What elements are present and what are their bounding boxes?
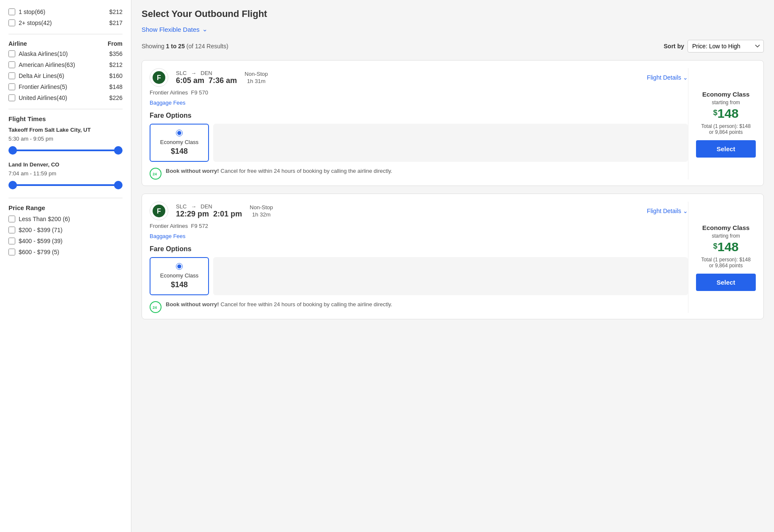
price-2-checkbox[interactable] (8, 238, 15, 244)
stop-1-row: 1 stop(66) $212 (8, 8, 123, 15)
price-3-checkbox[interactable] (8, 249, 15, 255)
flight-right-1: Economy Class starting from $148 Total (… (688, 202, 756, 313)
arrive-time-0: 7:36 am (209, 76, 237, 85)
price-1-checkbox[interactable] (8, 227, 15, 233)
fare-placeholder-1 (213, 257, 688, 295)
flexible-dates-button[interactable]: Show Flexible Dates ⌄ (142, 25, 208, 33)
main-content: Select Your Outbound Flight Show Flexibl… (131, 0, 774, 532)
price-1-label[interactable]: $200 - $399 (71) (8, 227, 63, 233)
total-label-0: Total (1 person): $148 (701, 123, 751, 129)
fare-section-1: Fare Options Economy Class $148 (150, 245, 688, 295)
sort-select[interactable]: Price: Low to High Price: High to Low Du… (688, 40, 764, 53)
duration-0: 1h 31m (247, 78, 265, 84)
airline-name-1: Frontier Airlines (150, 223, 188, 229)
total-label-1: Total (1 person): $148 (701, 257, 751, 263)
price-dollar-1: $ (713, 242, 717, 250)
svg-text:F: F (157, 208, 161, 215)
frontier-logo-icon-1: F (153, 205, 165, 217)
stop-2-label[interactable]: 2+ stops(42) (8, 19, 52, 26)
sort-label: Sort by (664, 43, 684, 50)
flight-times-section: Flight Times Takeoff From Salt Lake City… (8, 115, 123, 190)
origin-code-1: SLC (176, 203, 187, 210)
fare-placeholder-0 (213, 124, 688, 162)
fare-option-economy-0[interactable]: Economy Class $148 (150, 124, 209, 162)
airline-4-checkbox[interactable] (8, 94, 15, 101)
airline-4-row: United Airlines(40) $226 (8, 94, 123, 101)
takeoff-thumb-left[interactable] (8, 146, 17, 155)
airline-3-row: Frontier Airlines(5) $148 (8, 83, 123, 90)
flight-main-0: F SLC → DEN 6:05 am 7:36 am Non-Stop (150, 68, 688, 180)
airline-col2: From (108, 40, 123, 47)
land-thumb-right[interactable] (114, 181, 123, 189)
stop-2-checkbox[interactable] (8, 19, 15, 26)
price-0-label[interactable]: Less Than $200 (6) (8, 216, 70, 222)
points-label-0: or 9,864 points (701, 129, 751, 135)
chevron-icon-0: ⌄ (683, 74, 688, 81)
airline-0-price: $356 (109, 50, 123, 57)
stop-2-price: $217 (109, 19, 123, 26)
baggage-fees-link-1[interactable]: Baggage Fees (150, 233, 186, 239)
airline-1-price: $212 (109, 61, 123, 68)
airline-0-checkbox[interactable] (8, 50, 15, 57)
land-thumb-left[interactable] (8, 181, 17, 189)
land-track (8, 184, 123, 186)
airline-1-checkbox[interactable] (8, 61, 15, 68)
frontier-logo-icon: F (153, 71, 165, 84)
airline-3-label[interactable]: Frontier Airlines(5) (8, 83, 67, 90)
takeoff-slider[interactable] (8, 145, 123, 155)
duration-1: 1h 32m (252, 211, 270, 218)
airline-2-text: Delta Air Lines(6) (19, 72, 64, 79)
svg-text:24: 24 (153, 305, 157, 310)
airline-4-text: United Airlines(40) (19, 94, 67, 101)
route-codes-1: SLC → DEN (176, 203, 242, 210)
airline-0-label[interactable]: Alaska Airlines(10) (8, 50, 68, 57)
origin-code-0: SLC (176, 70, 187, 76)
flight-card-0: F SLC → DEN 6:05 am 7:36 am Non-Stop (142, 60, 764, 186)
stops-section: 1 stop(66) $212 2+ stops(42) $217 (8, 8, 123, 26)
price-3-label[interactable]: $600 - $799 (5) (8, 249, 59, 255)
airline-header: Airline From (8, 40, 123, 47)
fare-radio-1[interactable] (176, 263, 183, 270)
price-2-label[interactable]: $400 - $599 (39) (8, 238, 63, 244)
flight-details-button-1[interactable]: Flight Details ⌄ (647, 208, 688, 214)
airline-info-0: Frontier Airlines F9 570 (150, 89, 688, 96)
stop-1-checkbox[interactable] (8, 8, 15, 15)
land-slider[interactable] (8, 180, 123, 190)
arrow-icon-0: → (191, 70, 196, 76)
route-times-1: 12:29 pm 2:01 pm (176, 210, 242, 219)
fare-price-0: $148 (158, 147, 200, 156)
flight-details-button-0[interactable]: Flight Details ⌄ (647, 74, 688, 81)
airline-section: Airline From Alaska Airlines(10) $356 Am… (8, 40, 123, 101)
fare-options-0: Economy Class $148 (150, 124, 688, 162)
airline-1-label[interactable]: American Airlines(63) (8, 61, 75, 68)
select-button-0[interactable]: Select (696, 140, 756, 158)
fare-options-1: Economy Class $148 (150, 257, 688, 295)
airline-info-1: Frontier Airlines F9 572 (150, 223, 688, 229)
airline-2-checkbox[interactable] (8, 72, 15, 79)
route-times-0: 6:05 am 7:36 am (176, 76, 237, 85)
fare-name-0: Economy Class (158, 139, 200, 145)
airline-4-label[interactable]: United Airlines(40) (8, 94, 67, 101)
airline-2-label[interactable]: Delta Air Lines(6) (8, 72, 64, 79)
stop-2-row: 2+ stops(42) $217 (8, 19, 123, 26)
airline-logo-0: F (150, 68, 168, 87)
baggage-fees-link-0[interactable]: Baggage Fees (150, 100, 186, 106)
price-display-1: $148 (713, 240, 738, 254)
select-button-1[interactable]: Select (696, 274, 756, 291)
non-stop-info-0: Non-Stop 1h 31m (245, 71, 268, 84)
flight-number-1: F9 572 (191, 223, 208, 229)
price-dollar-0: $ (713, 108, 717, 117)
fare-option-economy-1[interactable]: Economy Class $148 (150, 257, 209, 295)
worry-text-0: Book without worry! Cancel for free with… (166, 168, 392, 174)
takeoff-thumb-right[interactable] (114, 146, 123, 155)
price-2-row: $400 - $599 (39) (8, 238, 123, 244)
stop-1-text: 1 stop(66) (19, 8, 45, 15)
airline-4-price: $226 (109, 94, 123, 101)
fare-radio-0[interactable] (176, 130, 183, 136)
flight-top-1: F SLC → DEN 12:29 pm 2:01 pm Non-Stop (150, 202, 688, 220)
fare-title-1: Fare Options (150, 245, 688, 253)
airline-3-checkbox[interactable] (8, 83, 15, 90)
price-0-checkbox[interactable] (8, 216, 15, 222)
stop-1-label[interactable]: 1 stop(66) (8, 8, 45, 15)
flight-details-label-0: Flight Details (647, 74, 681, 81)
